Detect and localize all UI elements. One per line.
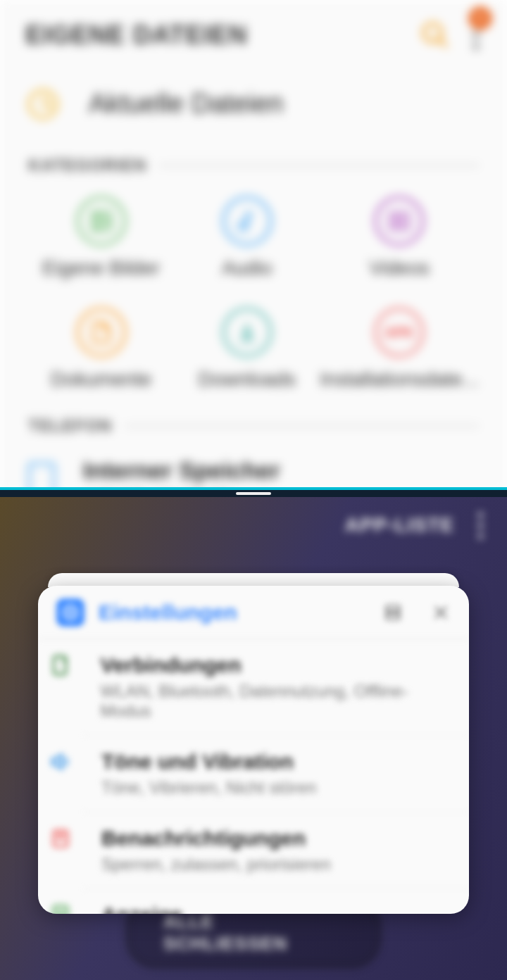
row-subtitle: Töne, Vibrieren, Nicht stören [101, 778, 316, 798]
app-header: EIGENE DATEIEN N [0, 0, 507, 70]
background-card[interactable] [48, 573, 459, 587]
storage-title: Interner Speicher [83, 457, 280, 484]
recents-panel: APP-LISTE ALLE SCHLIESSEN Einstellungen … [0, 497, 507, 980]
sound-icon [49, 750, 73, 774]
settings-app-icon[interactable] [56, 598, 84, 627]
row-title: Anzeige [101, 903, 365, 914]
connections-icon [48, 653, 72, 677]
category-documents[interactable]: Dokumente [28, 308, 174, 391]
recent-files-label: Aktuelle Dateien [89, 89, 284, 119]
app-title: EIGENE DATEIEN [25, 20, 420, 50]
more-options[interactable] [478, 513, 483, 539]
category-apk[interactable]: APK Installationsdate... [320, 308, 479, 391]
document-icon [77, 308, 126, 357]
svg-point-4 [239, 222, 246, 230]
settings-task-card[interactable]: Einstellungen Verbindungen WLAN, Bluetoo… [38, 586, 469, 914]
category-label: Downloads [198, 368, 296, 391]
divider [125, 425, 479, 427]
svg-point-3 [96, 216, 100, 220]
video-icon [375, 196, 424, 246]
svg-rect-5 [390, 213, 408, 230]
grip-icon [236, 492, 271, 495]
image-icon [77, 196, 126, 246]
notification-badge: N [469, 7, 492, 30]
categories-grid: Eigene Bilder Audio Videos Dokumente Dow… [0, 175, 507, 398]
svg-point-8 [68, 610, 73, 615]
phone-section-label: TELEFON [28, 416, 112, 436]
svg-rect-9 [387, 605, 400, 611]
search-icon[interactable] [420, 20, 451, 51]
svg-marker-6 [397, 218, 402, 225]
settings-row-notifications[interactable]: Benachrichtigungen Sperren, zulassen, pr… [83, 812, 469, 889]
audio-icon [223, 196, 272, 246]
card-header: Einstellungen [38, 586, 469, 639]
category-audio[interactable]: Audio [174, 196, 320, 279]
row-subtitle: WLAN, Bluetooth, Datennutzung, Offline-M… [101, 681, 451, 721]
category-downloads[interactable]: Downloads [174, 308, 320, 391]
svg-marker-14 [53, 755, 62, 769]
category-images[interactable]: Eigene Bilder [28, 196, 174, 279]
row-title: Verbindungen [101, 653, 451, 677]
recents-header: APP-LISTE [0, 497, 507, 553]
close-icon[interactable] [431, 603, 451, 622]
phone-section-header: TELEFON [0, 416, 507, 436]
display-icon [49, 903, 73, 914]
card-title: Einstellungen [99, 601, 369, 624]
svg-point-19 [58, 912, 64, 914]
category-label: Installationsdate... [320, 368, 479, 391]
category-label: Eigene Bilder [42, 257, 160, 279]
category-label: Dokumente [51, 368, 151, 391]
card-body: Verbindungen WLAN, Bluetooth, Datennutzu… [38, 639, 469, 914]
categories-label: KATEGORIEN [28, 156, 146, 175]
svg-line-1 [439, 39, 447, 47]
row-subtitle: Sperren, zulassen, priorisieren [101, 855, 331, 874]
categories-section-header: KATEGORIEN [0, 156, 507, 175]
notifications-icon [49, 827, 73, 850]
svg-point-0 [424, 24, 442, 42]
svg-rect-10 [387, 613, 400, 619]
app-list-button[interactable]: APP-LISTE [345, 514, 454, 536]
row-title: Benachrichtigungen [101, 827, 331, 850]
divider [159, 165, 479, 166]
overflow-menu[interactable]: N [470, 18, 482, 52]
settings-row-display[interactable]: Anzeige Helligkeit, Blaufilter, Startbil… [83, 889, 469, 914]
settings-row-sounds[interactable]: Töne und Vibration Töne, Vibrieren, Nich… [83, 736, 469, 812]
recent-files-row[interactable]: Aktuelle Dateien [0, 70, 507, 137]
apk-icon: APK [375, 308, 424, 357]
my-files-app: EIGENE DATEIEN N Aktuelle Dateien KATEGO… [0, 0, 507, 490]
category-label: Audio [222, 257, 273, 279]
row-title: Töne und Vibration [101, 750, 316, 774]
split-layout-icon[interactable] [383, 603, 403, 622]
category-label: Videos [370, 257, 430, 279]
category-videos[interactable]: Videos [320, 196, 479, 279]
download-icon [223, 308, 272, 357]
split-screen-handle[interactable] [0, 487, 507, 497]
clock-icon [28, 89, 58, 119]
settings-row-connections[interactable]: Verbindungen WLAN, Bluetooth, Datennutzu… [83, 639, 469, 736]
svg-rect-13 [54, 656, 66, 674]
